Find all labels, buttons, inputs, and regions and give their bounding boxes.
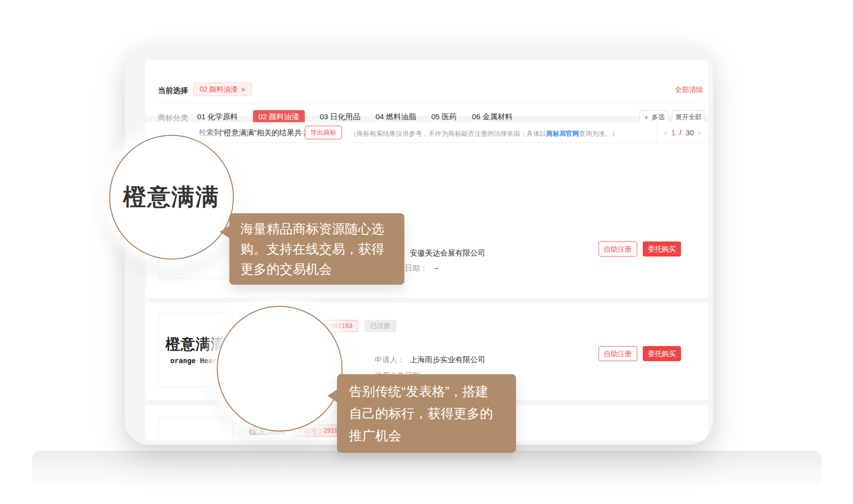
field-applicant: 申请人：上海雨步实业有限公司 xyxy=(375,355,485,365)
tooltip-line: 海量精品商标资源随心选 xyxy=(240,219,393,239)
tooltip-line: 更多的交易机会 xyxy=(240,259,393,279)
category-list: 01 化学原料 02 颜料油漆 03 日化用品 04 燃料油脂 05 医药 06… xyxy=(197,110,513,124)
current-selection-label: 当前选择 xyxy=(158,86,188,96)
filter-panel: 当前选择 02 颜料油漆 × 全部清除 商标分类 01 化学原料 02 颜料油漆… xyxy=(146,60,708,116)
disclaimer-text: （商标检索结果仅供参考，不作为商标能否注册的法律依据；具体以商标局官网查询为准。… xyxy=(350,129,618,138)
tooltip-promotion: 告别传统“发表格”，搭建 自己的标行，获得更多的 推广机会 xyxy=(337,374,516,453)
row-actions: 自助注册 委托购买 xyxy=(599,241,681,257)
trademark-image-text: 橙意满满 xyxy=(165,334,226,355)
row-separator xyxy=(146,298,708,303)
row-actions: 自助注册 委托购买 xyxy=(599,346,681,361)
multi-select-label: 多选 xyxy=(652,113,665,122)
laptop-base-shadow xyxy=(32,451,822,486)
status-badge: 已注册 xyxy=(365,320,396,332)
category-item-04[interactable]: 04 燃料油脂 xyxy=(376,112,416,122)
magnifier-circle-2 xyxy=(217,306,343,432)
category-item-02-selected[interactable]: 02 颜料油漆 xyxy=(253,110,305,124)
category-bar-label: 商标分类 xyxy=(158,113,188,123)
selected-filter-tag-label: 02 颜料油漆 xyxy=(200,85,237,94)
pagination-total: 30 xyxy=(686,128,694,137)
tooltip-arrow-left-icon xyxy=(220,225,230,238)
result-summary: 检索到“橙意满满”相关的结果共28 个 xyxy=(199,128,323,138)
chevron-right-icon[interactable]: › xyxy=(698,127,701,138)
page: 当前选择 02 颜料油漆 × 全部清除 商标分类 01 化学原料 02 颜料油漆… xyxy=(0,0,853,504)
export-trademarks-button[interactable]: 导出商标 xyxy=(305,126,342,139)
header-divider xyxy=(146,142,708,143)
trademark-image-subtext: orange Heart xyxy=(170,357,221,365)
category-item-05[interactable]: 05 医药 xyxy=(431,112,457,122)
self-register-button[interactable]: 自助注册 xyxy=(599,241,637,257)
pagination-separator: / xyxy=(679,128,681,137)
category-item-03[interactable]: 03 日化用品 xyxy=(320,112,361,122)
magnifier-circle-1: 橙意满满 xyxy=(109,135,234,260)
trademark-office-link[interactable]: 商标局官网 xyxy=(546,130,579,137)
plus-icon: ＋ xyxy=(643,113,650,122)
disclaimer-post: 查询为准。） xyxy=(579,130,618,137)
tooltip-marketplace: 海量精品商标资源随心选 购。支持在线交易，获得 更多的交易机会 xyxy=(229,213,404,285)
tooltip-line: 告别传统“发表格”，搭建 xyxy=(349,380,504,402)
disclaimer-pre: （商标检索结果仅供参考，不作为商标能否注册的法律依据；具体以 xyxy=(350,130,546,137)
result-summary-prefix: 检索到“橙意满满”相关的结果共 xyxy=(199,128,302,137)
entrust-buy-button[interactable]: 委托购买 xyxy=(643,241,681,257)
pagination-current: 1 xyxy=(671,128,675,137)
tooltip-line: 推广机会 xyxy=(349,425,504,447)
chevron-left-icon[interactable]: ‹ xyxy=(664,127,667,138)
category-item-06[interactable]: 06 金属材料 xyxy=(472,112,513,122)
trademark-image-3[interactable]: 橙意满满 xyxy=(158,417,233,441)
tooltip-line: 购。支持在线交易，获得 xyxy=(240,239,393,259)
selected-filter-tag[interactable]: 02 颜料油漆 × xyxy=(193,82,252,96)
pagination: ‹ 1 / 30 › xyxy=(657,122,708,142)
category-item-01[interactable]: 01 化学原料 xyxy=(197,112,238,122)
clear-all-button[interactable]: 全部清除 xyxy=(675,86,703,95)
magnified-trademark-text: 橙意满满 xyxy=(123,182,220,213)
close-icon[interactable]: × xyxy=(241,86,245,93)
dashed-divider xyxy=(158,103,700,103)
tooltip-arrow-left-icon xyxy=(327,389,337,402)
self-register-button[interactable]: 自助注册 xyxy=(599,346,637,361)
entrust-buy-button[interactable]: 委托购买 xyxy=(643,346,681,361)
tooltip-line: 自己的标行，获得更多的 xyxy=(349,402,504,425)
